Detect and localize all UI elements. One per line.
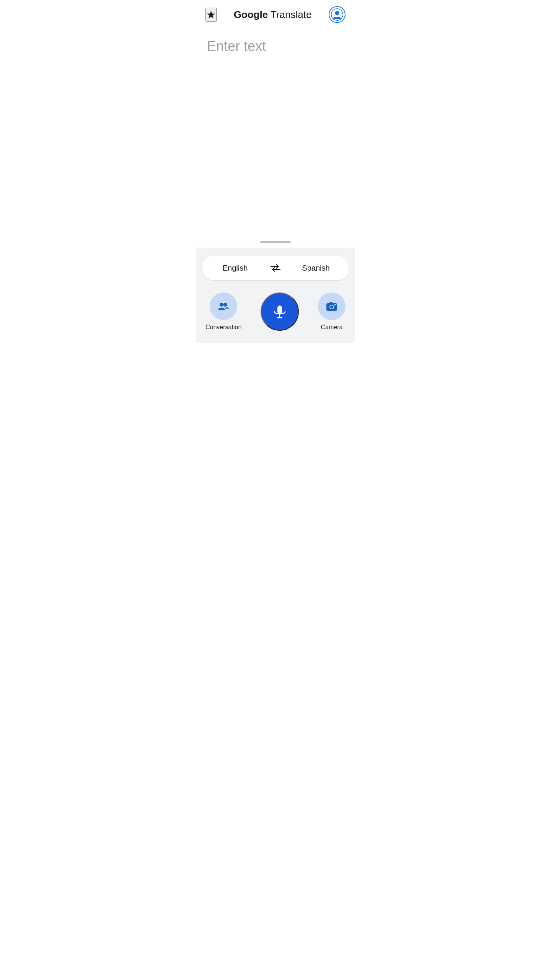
language-bar: English Spanish (202, 256, 349, 280)
swap-icon (270, 264, 281, 272)
person-icon (331, 8, 343, 21)
swap-languages-button[interactable] (265, 257, 286, 279)
text-placeholder: Enter text (207, 38, 344, 54)
camera-icon (325, 299, 339, 313)
svg-point-1 (335, 11, 339, 15)
camera-button[interactable]: Camera (318, 292, 346, 331)
source-language-button[interactable]: English (205, 256, 265, 280)
mic-button-wrapper (261, 292, 299, 331)
header: ★ Google Translate (196, 0, 355, 29)
mic-icon (271, 303, 288, 320)
text-input-area[interactable]: Enter text (196, 29, 355, 235)
svg-point-11 (334, 304, 336, 305)
svg-rect-10 (329, 302, 333, 304)
svg-point-3 (223, 303, 227, 307)
conversation-icon (217, 299, 230, 313)
bottom-actions: Conversation Camera (196, 286, 355, 343)
svg-point-2 (220, 303, 223, 307)
drag-handle (260, 241, 291, 243)
divider-area (196, 235, 355, 248)
svg-rect-4 (277, 305, 282, 314)
profile-button[interactable] (329, 6, 346, 23)
svg-point-9 (330, 305, 333, 309)
conversation-button[interactable]: Conversation (205, 292, 241, 331)
camera-icon-circle (318, 292, 346, 320)
mic-button[interactable] (261, 292, 299, 331)
conversation-icon-circle (210, 292, 237, 320)
favorites-button[interactable]: ★ (205, 8, 217, 22)
conversation-label: Conversation (205, 324, 241, 331)
app-title: Google Translate (234, 9, 312, 21)
target-language-button[interactable]: Spanish (286, 256, 346, 280)
language-selector-area: English Spanish (196, 248, 355, 286)
camera-label: Camera (321, 324, 343, 331)
